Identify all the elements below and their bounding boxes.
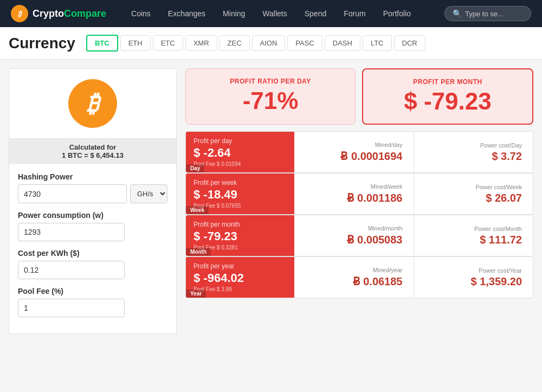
row-mined-label-2: Mined/month bbox=[368, 225, 403, 232]
tab-zec[interactable]: ZEC bbox=[220, 35, 250, 51]
main-content: ₿ Calculated for 1 BTC = $ 6,454.13 Hash… bbox=[0, 60, 542, 343]
nav: Coins Exchanges Mining Wallets Spend For… bbox=[122, 0, 444, 27]
row-mid-1: Mined/week Ƀ 0.001186 bbox=[294, 173, 414, 214]
row-mined-value-2: Ƀ 0.005083 bbox=[347, 233, 403, 246]
nav-spend[interactable]: Spend bbox=[296, 0, 335, 27]
row-right-2: Power cost/Month $ 111.72 bbox=[414, 215, 533, 256]
pool-fee-label: Pool Fee (%) bbox=[18, 287, 167, 295]
row-mined-label-3: Mined/year bbox=[373, 267, 402, 273]
row-left-2: Profit per month $ -79.23 Pool Fee $ 0.3… bbox=[186, 215, 294, 256]
row-power-label-3: Power cost/Year bbox=[479, 267, 522, 274]
tab-ltc[interactable]: LTC bbox=[363, 35, 392, 51]
row-period-label-0: Day bbox=[186, 164, 204, 172]
cost-per-kwh-group: Cost per KWh ($) bbox=[18, 249, 167, 279]
cost-input[interactable] bbox=[18, 261, 125, 279]
summary-cards: PROFIT RATIO PER DAY -71% PROFIT PER MON… bbox=[185, 68, 533, 125]
row-mined-label-0: Mined/day bbox=[375, 142, 403, 148]
row-power-value-3: $ 1,359.20 bbox=[470, 275, 522, 288]
card-ratio: PROFIT RATIO PER DAY -71% bbox=[185, 68, 356, 125]
row-profit-title-2: Profit per month bbox=[193, 221, 287, 228]
data-row-month: Profit per month $ -79.23 Pool Fee $ 0.3… bbox=[185, 215, 533, 256]
header: ₿ CryptoCompare Coins Exchanges Mining W… bbox=[0, 0, 542, 27]
calc-for-line1: Calculated for bbox=[14, 143, 172, 151]
left-panel: ₿ Calculated for 1 BTC = $ 6,454.13 Hash… bbox=[9, 68, 177, 334]
calc-for: Calculated for 1 BTC = $ 6,454.13 bbox=[9, 139, 177, 164]
row-mid-3: Mined/year Ƀ 0.06185 bbox=[294, 257, 414, 298]
hashing-power-label: Hashing Power bbox=[18, 172, 167, 181]
data-row-week: Profit per week $ -18.49 Pool Fee $ 0.07… bbox=[185, 173, 533, 215]
data-row-year: Profit per year $ -964.02 Pool Fee $ 3.9… bbox=[185, 256, 533, 298]
row-profit-title-3: Profit per year bbox=[193, 262, 287, 270]
logo-icon: ₿ bbox=[11, 5, 28, 22]
row-power-value-0: $ 3.72 bbox=[492, 150, 522, 163]
tab-dash[interactable]: DASH bbox=[325, 35, 360, 51]
row-left-3: Profit per year $ -964.02 Pool Fee $ 3.9… bbox=[186, 257, 294, 298]
row-mined-label-1: Mined/week bbox=[371, 183, 403, 190]
search-icon: 🔍 bbox=[453, 9, 462, 18]
search-box[interactable]: 🔍 Type to se... bbox=[444, 6, 531, 21]
nav-forum[interactable]: Forum bbox=[335, 0, 374, 27]
search-placeholder: Type to se... bbox=[465, 10, 504, 18]
row-period-label-2: Month bbox=[186, 248, 211, 256]
row-period-label-1: Week bbox=[186, 206, 209, 214]
row-profit-title-0: Profit per day bbox=[193, 137, 287, 145]
tab-btc[interactable]: BTC bbox=[86, 35, 118, 52]
card-profit: PROFIT PER MONTH $ -79.23 bbox=[362, 68, 533, 125]
row-pool-fee-0: Pool Fee $ 0.01094 bbox=[193, 161, 287, 167]
ratio-title: PROFIT RATIO PER DAY bbox=[197, 78, 344, 85]
coin-icon-box: ₿ bbox=[9, 68, 177, 139]
row-left-1: Profit per week $ -18.49 Pool Fee $ 0.07… bbox=[186, 173, 294, 214]
nav-wallets[interactable]: Wallets bbox=[254, 0, 295, 27]
tab-xmr[interactable]: XMR bbox=[185, 35, 217, 51]
logo[interactable]: ₿ CryptoCompare bbox=[11, 5, 106, 22]
row-right-1: Power cost/Week $ 26.07 bbox=[414, 173, 533, 214]
row-power-label-1: Power cost/Week bbox=[476, 184, 522, 190]
row-profit-value-2: $ -79.23 bbox=[193, 229, 287, 243]
currency-tabs: BTC ETH ETC XMR ZEC AION PASC DASH LTC D… bbox=[86, 35, 425, 52]
row-pool-fee-3: Pool Fee $ 3.99 bbox=[193, 286, 287, 292]
row-mined-value-1: Ƀ 0.001186 bbox=[347, 191, 403, 204]
cost-label: Cost per KWh ($) bbox=[18, 249, 167, 258]
power-consumption-group: Power consumption (w) bbox=[18, 211, 167, 241]
row-right-0: Power cost/Day $ 3.72 bbox=[414, 132, 533, 172]
calc-for-line2: 1 BTC = $ 6,454.13 bbox=[14, 151, 172, 159]
nav-portfolio[interactable]: Portfolio bbox=[375, 0, 420, 27]
tab-aion[interactable]: AION bbox=[252, 35, 286, 51]
profit-value: $ -79.23 bbox=[374, 88, 521, 115]
row-right-3: Power cost/Year $ 1,359.20 bbox=[414, 257, 533, 298]
currency-bar: Currency BTC ETH ETC XMR ZEC AION PASC D… bbox=[0, 27, 542, 60]
tab-dcr[interactable]: DCR bbox=[394, 35, 425, 51]
row-profit-title-1: Profit per week bbox=[193, 179, 287, 187]
row-power-value-2: $ 111.72 bbox=[480, 234, 522, 246]
tab-pasc[interactable]: PASC bbox=[287, 35, 322, 51]
pool-fee-input[interactable] bbox=[18, 299, 125, 317]
power-label: Power consumption (w) bbox=[18, 211, 167, 220]
nav-coins[interactable]: Coins bbox=[122, 0, 159, 27]
form-panel: Hashing Power GH/s TH/s MH/s Power consu… bbox=[9, 164, 177, 334]
hashing-power-input[interactable] bbox=[18, 184, 127, 203]
logo-text-compare: Compare bbox=[64, 8, 106, 20]
row-profit-value-0: $ -2.64 bbox=[193, 146, 287, 160]
row-profit-value-3: $ -964.02 bbox=[193, 271, 287, 285]
data-row-day: Profit per day $ -2.64 Pool Fee $ 0.0109… bbox=[185, 131, 533, 173]
nav-mining[interactable]: Mining bbox=[214, 0, 254, 27]
row-mid-0: Mined/day Ƀ 0.0001694 bbox=[294, 132, 414, 172]
nav-exchanges[interactable]: Exchanges bbox=[159, 0, 214, 27]
row-power-label-2: Power cost/Month bbox=[474, 226, 522, 232]
hashing-unit-select[interactable]: GH/s TH/s MH/s bbox=[130, 184, 167, 203]
tab-etc[interactable]: ETC bbox=[153, 35, 183, 51]
row-period-label-3: Year bbox=[186, 290, 206, 298]
btc-icon: ₿ bbox=[68, 79, 117, 128]
row-mined-value-0: Ƀ 0.0001694 bbox=[340, 150, 402, 163]
row-mined-value-3: Ƀ 0.06185 bbox=[353, 275, 403, 288]
right-panel: PROFIT RATIO PER DAY -71% PROFIT PER MON… bbox=[185, 68, 533, 334]
row-power-value-1: $ 26.07 bbox=[486, 192, 522, 204]
row-power-label-0: Power cost/Day bbox=[480, 142, 522, 149]
pool-fee-group: Pool Fee (%) bbox=[18, 287, 167, 317]
power-input[interactable] bbox=[18, 223, 125, 241]
page-title: Currency bbox=[9, 35, 75, 52]
hashing-power-group: Hashing Power GH/s TH/s MH/s bbox=[18, 172, 167, 203]
tab-eth[interactable]: ETH bbox=[120, 35, 151, 51]
logo-text: Crypto bbox=[33, 8, 64, 20]
ratio-value: -71% bbox=[197, 87, 344, 114]
